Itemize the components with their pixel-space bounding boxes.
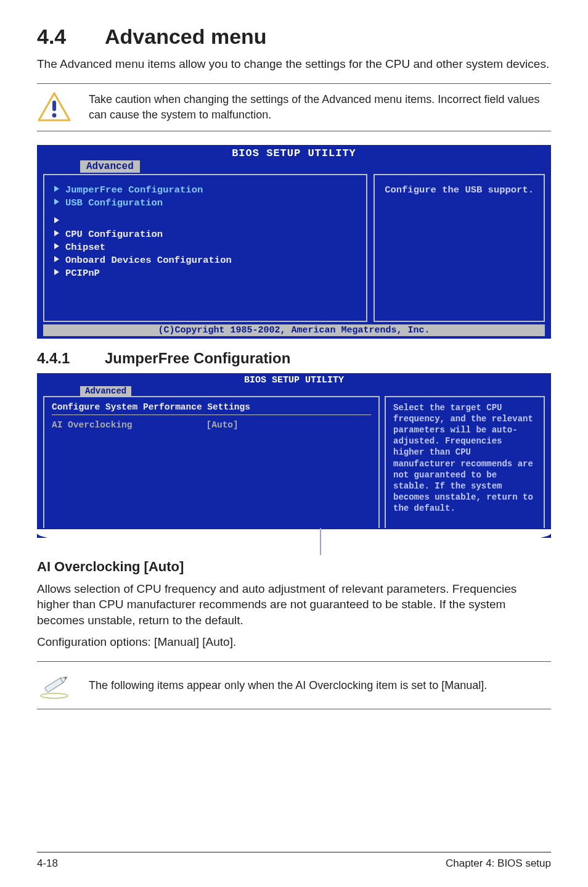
bios-right-pane: Configure the USB support.	[374, 174, 545, 322]
bios-item-chipset-label: Chipset	[65, 242, 105, 253]
bios-item-cpu: CPU Configuration	[54, 228, 356, 241]
page-footer: 4-18 Chapter 4: BIOS setup	[37, 852, 551, 870]
bios-copyright: (C)Copyright 1985-2002, American Megatre…	[43, 324, 545, 336]
subsection-heading: 4.4.1JumperFree Configuration	[37, 350, 551, 367]
svg-rect-1	[52, 101, 56, 111]
bios-left-pane: JumperFree Configuration USB Configurati…	[43, 174, 367, 322]
footer-page-number: 4-18	[37, 857, 58, 870]
bios-help-text: Configure the USB support.	[385, 184, 534, 196]
svg-point-2	[52, 113, 57, 117]
subsection-number: 4.4.1	[37, 350, 105, 367]
bios-item-usb: USB Configuration	[54, 197, 163, 208]
bios-jumperfree-panel: BIOS SETUP UTILITY Advanced Configure Sy…	[37, 373, 551, 538]
bios-tab-advanced: Advanced	[80, 160, 140, 173]
bios2-titlebar: BIOS SETUP UTILITY	[37, 373, 551, 386]
caution-note: Take caution when changing the settings …	[37, 83, 551, 131]
bios2-help-text: Select the target CPU frequency, and the…	[393, 402, 536, 514]
subsection-title-text: JumperFree Configuration	[105, 350, 290, 366]
pencil-icon	[37, 668, 71, 703]
bios-item-usb-label: USB Configuration	[65, 197, 163, 208]
bios-item-jumperfree: JumperFree Configuration	[54, 184, 203, 196]
bios2-right-pane: Select the target CPU frequency, and the…	[385, 396, 545, 528]
bios-item-jumperfree-label: JumperFree Configuration	[65, 184, 203, 196]
field-heading: AI Overclocking [Auto]	[37, 559, 551, 575]
bios-item-cpu-label: CPU Configuration	[65, 229, 163, 240]
tip-text: The following items appear only when the…	[89, 678, 487, 693]
section-title-text: Advanced menu	[105, 25, 267, 48]
footer-chapter: Chapter 4: BIOS setup	[446, 857, 551, 870]
bios2-left-pane: Configure System Performance Settings AI…	[43, 396, 380, 528]
bios-item-onboard-label: Onboard Devices Configuration	[65, 255, 232, 266]
svg-point-3	[41, 693, 68, 698]
bios-tab-row: Advanced	[37, 160, 551, 174]
svg-rect-4	[44, 678, 63, 693]
intro-paragraph: The Advanced menu items allow you to cha…	[37, 56, 551, 72]
bios-advanced-menu: BIOS SETUP UTILITY Advanced JumperFree C…	[37, 145, 551, 339]
bios2-tab-advanced: Advanced	[80, 386, 131, 396]
section-number: 4.4	[37, 25, 105, 49]
bios2-torn-edge	[37, 529, 551, 550]
bios2-panel-heading: Configure System Performance Settings	[52, 402, 371, 412]
bios-item-pcipnp: PCIPnP	[54, 267, 356, 280]
caution-icon	[37, 90, 71, 125]
caution-text: Take caution when changing the settings …	[89, 92, 551, 122]
bios-item-blank-arrow	[54, 215, 356, 228]
field-body-1: Allows selection of CPU frequency and au…	[37, 581, 551, 629]
bios-item-chipset: Chipset	[54, 241, 356, 254]
section-heading: 4.4Advanced menu	[37, 25, 551, 49]
bios-item-onboard: Onboard Devices Configuration	[54, 254, 356, 267]
bios2-row-value: [Auto]	[206, 420, 239, 430]
bios2-row-label: AI Overclocking	[52, 420, 133, 430]
bios2-row-ai-overclocking: AI Overclocking[Auto]	[52, 420, 371, 430]
tip-note: The following items appear only when the…	[37, 661, 551, 709]
field-body-2: Configuration options: [Manual] [Auto].	[37, 634, 551, 650]
bios-titlebar: BIOS SETUP UTILITY	[37, 145, 551, 160]
bios-item-pcipnp-label: PCIPnP	[65, 268, 100, 279]
